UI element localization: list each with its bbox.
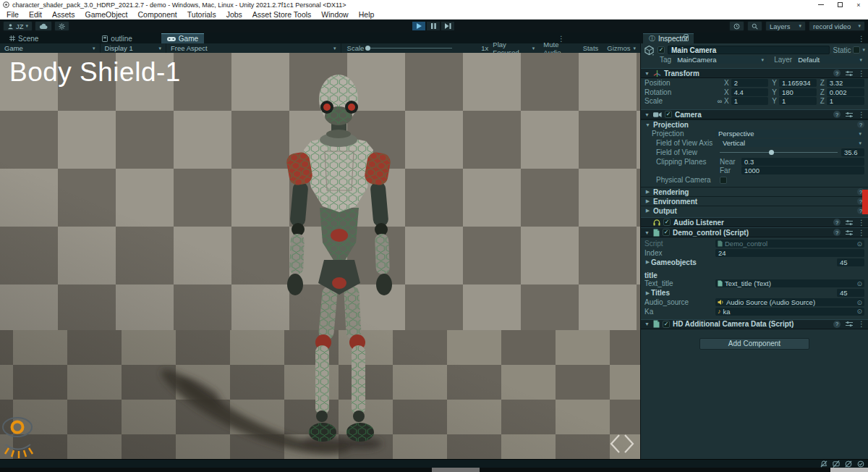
help-icon[interactable]: ?	[833, 321, 841, 328]
inspector-menu-icon[interactable]: ⋮	[858, 35, 865, 43]
display-dropdown[interactable]: Display 1 ▾	[101, 43, 166, 53]
foldout-icon[interactable]: ▶	[644, 259, 651, 265]
transform-component-header[interactable]: ▼ Transform ? ⋮	[641, 68, 868, 78]
gameobject-active-checkbox[interactable]: ✓	[658, 46, 665, 54]
object-picker-icon[interactable]: ⊙	[856, 240, 862, 248]
rotation-y-field[interactable]: 180	[779, 88, 817, 96]
presets-icon[interactable]	[846, 229, 853, 236]
scale-link-icon[interactable]: ∞	[715, 98, 724, 105]
help-icon[interactable]: ?	[833, 111, 841, 118]
clipping-far-field[interactable]: 1000	[741, 167, 864, 174]
component-menu-icon[interactable]: ⋮	[858, 69, 865, 77]
alert-muted-icon[interactable]	[845, 460, 852, 468]
ka-object-field[interactable]: ♪ ka ⊙	[715, 308, 864, 316]
layout-dropdown[interactable]: record video ▾	[809, 21, 865, 31]
maximize-button[interactable]	[830, 0, 849, 9]
object-picker-icon[interactable]: ⊙	[856, 308, 862, 315]
scrollbar-thumb[interactable]	[432, 468, 480, 472]
presets-icon[interactable]	[846, 111, 853, 118]
rotation-z-field[interactable]: 0.002	[827, 88, 864, 96]
step-button[interactable]	[441, 21, 455, 31]
component-menu-icon[interactable]: ⋮	[858, 111, 865, 119]
foldout-icon[interactable]: ▼	[644, 321, 650, 326]
presets-icon[interactable]	[846, 70, 853, 77]
layer-dropdown[interactable]: Default ▾	[795, 56, 865, 64]
fov-axis-dropdown[interactable]: Vertical ▾	[720, 139, 864, 147]
cloud-button[interactable]	[35, 21, 52, 31]
projection-section-header[interactable]: ▼ Projection ?	[641, 119, 868, 129]
demo-control-header[interactable]: ▼ ✓ Demo_control (Script) ? ⋮	[641, 227, 868, 237]
scale-x-field[interactable]: 1	[731, 97, 769, 105]
fov-slider-knob[interactable]	[769, 150, 774, 155]
tab-outline[interactable]: outline	[96, 33, 137, 43]
services-button[interactable]	[54, 21, 69, 31]
object-picker-icon[interactable]: ⊙	[856, 299, 862, 306]
foldout-icon[interactable]: ▼	[644, 230, 650, 235]
menu-assets[interactable]: Assets	[47, 10, 80, 19]
foldout-icon[interactable]: ▼	[644, 71, 650, 76]
menu-file[interactable]: File	[1, 10, 24, 19]
play-button[interactable]	[412, 21, 426, 31]
console-muted-icon[interactable]	[833, 460, 840, 468]
play-focused-dropdown[interactable]: Play Focused ▾	[488, 43, 539, 53]
menu-asset-store-tools[interactable]: Asset Store Tools	[247, 10, 317, 19]
menu-help[interactable]: Help	[354, 10, 380, 19]
static-checkbox[interactable]	[853, 46, 860, 54]
inspector-lock-icon[interactable]	[682, 36, 689, 41]
static-dropdown-icon[interactable]: ▾	[862, 47, 865, 53]
menu-gameobject[interactable]: GameObject	[80, 10, 133, 19]
output-foldout[interactable]: ▶ Output ?	[641, 206, 868, 215]
object-picker-icon[interactable]: ⊙	[856, 280, 862, 287]
clipping-near-field[interactable]: 0.3	[741, 158, 864, 166]
search-button[interactable]	[747, 21, 762, 31]
presets-icon[interactable]	[846, 219, 853, 226]
position-y-field[interactable]: 1.165934	[779, 79, 817, 87]
menu-tutorials[interactable]: Tutorials	[182, 10, 221, 19]
camera-enabled-checkbox[interactable]: ✓	[665, 111, 672, 118]
menu-window[interactable]: Window	[316, 10, 353, 19]
close-button[interactable]: ×	[849, 0, 868, 9]
view-mode-dropdown[interactable]: Game ▾	[0, 43, 101, 53]
gizmos-dropdown[interactable]: Gizmos ▾	[603, 43, 640, 53]
help-icon[interactable]: ?	[833, 69, 841, 77]
gameobjects-count-field[interactable]: 45	[837, 258, 864, 266]
help-icon[interactable]: ?	[833, 229, 841, 236]
physical-camera-checkbox[interactable]	[720, 177, 727, 184]
menu-edit[interactable]: Edit	[24, 10, 47, 19]
stats-toggle[interactable]: Stats	[579, 43, 603, 53]
rotation-x-field[interactable]: 4.4	[731, 88, 769, 96]
titles-count-field[interactable]: 45	[837, 289, 864, 297]
script-object-field[interactable]: Demo_control ⊙	[715, 240, 864, 248]
add-component-button[interactable]: Add Component	[699, 338, 809, 350]
environment-foldout[interactable]: ▶ Environment ?	[641, 196, 868, 206]
fov-value-field[interactable]: 35.6	[841, 148, 864, 156]
hd-camera-data-checkbox[interactable]: ✓	[663, 321, 670, 328]
minimize-button[interactable]	[812, 0, 830, 9]
aspect-dropdown[interactable]: Free Aspect ▾	[166, 43, 341, 53]
foldout-icon[interactable]: ▶	[644, 290, 651, 296]
mute-audio-toggle[interactable]: Mute Audio	[539, 43, 578, 53]
position-x-field[interactable]: 2	[731, 79, 769, 87]
component-menu-icon[interactable]: ⋮	[858, 320, 865, 328]
rendering-foldout[interactable]: ▶ Rendering ?	[641, 187, 868, 196]
component-menu-icon[interactable]: ⋮	[858, 229, 865, 237]
component-menu-icon[interactable]: ⋮	[858, 219, 865, 227]
notification-muted-icon[interactable]	[820, 460, 827, 468]
fov-slider[interactable]	[720, 148, 838, 156]
help-icon[interactable]: ?	[833, 219, 841, 226]
check-circle-icon[interactable]	[857, 460, 864, 468]
audio-source-object-field[interactable]: Audio Source (Audio Source) ⊙	[715, 298, 864, 306]
tab-scene[interactable]: Scene	[4, 33, 44, 43]
audio-listener-header[interactable]: ✓ Audio Listener ? ⋮	[641, 217, 868, 227]
layers-dropdown[interactable]: Layers ▾	[765, 21, 806, 31]
tab-game[interactable]: Game	[161, 33, 204, 43]
foldout-icon[interactable]: ▼	[644, 112, 650, 117]
audio-listener-checkbox[interactable]: ✓	[663, 219, 671, 226]
menu-jobs[interactable]: Jobs	[221, 10, 247, 19]
scale-slider[interactable]	[367, 48, 452, 49]
pause-button[interactable]	[426, 21, 441, 31]
gameobject-name-field[interactable]: Main Camera	[668, 46, 830, 54]
scale-slider-knob[interactable]	[365, 46, 370, 51]
demo-control-checkbox[interactable]: ✓	[663, 229, 670, 236]
account-dropdown[interactable]: JZ ▾	[3, 21, 33, 31]
